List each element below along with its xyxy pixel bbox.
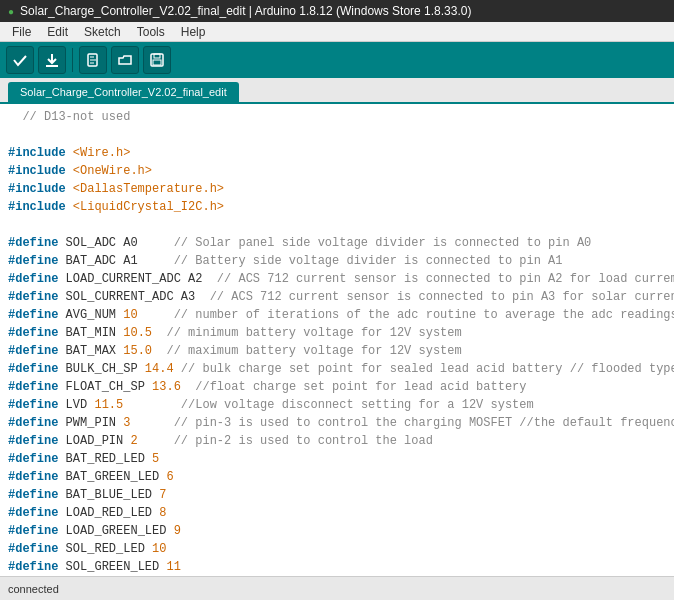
code-line: #define SOL_CURRENT_ADC A3 // ACS 712 cu… — [8, 288, 666, 306]
code-line: #define BAT_MAX 15.0 // maximum battery … — [8, 342, 666, 360]
code-line: #define BAT_ADC A1 // Battery side volta… — [8, 252, 666, 270]
file-tab[interactable]: Solar_Charge_Controller_V2.02_final_edit — [8, 82, 239, 102]
code-line: #define SOL_GREEN_LED 11 — [8, 558, 666, 576]
status-bar: connected — [0, 576, 674, 600]
title-bar-text: Solar_Charge_Controller_V2.02_final_edit… — [20, 4, 471, 18]
code-line: #include <Wire.h> — [8, 144, 666, 162]
title-bar-icon: ● — [8, 6, 14, 17]
code-line: #define SOL_ADC A0 // Solar panel side v… — [8, 234, 666, 252]
code-line: #define FLOAT_CH_SP 13.6 //float charge … — [8, 378, 666, 396]
code-line: #define LOAD_PIN 2 // pin-2 is used to c… — [8, 432, 666, 450]
menu-help[interactable]: Help — [173, 23, 214, 41]
toolbar — [0, 42, 674, 78]
code-line: #define LOAD_GREEN_LED 9 — [8, 522, 666, 540]
code-line: #define LOAD_RED_LED 8 — [8, 504, 666, 522]
code-line: #define LVD 11.5 //Low voltage disconnec… — [8, 396, 666, 414]
svg-rect-3 — [153, 60, 161, 65]
menu-edit[interactable]: Edit — [39, 23, 76, 41]
menu-bar: File Edit Sketch Tools Help — [0, 22, 674, 42]
toolbar-separator-1 — [72, 48, 73, 72]
code-line: #define BAT_GREEN_LED 6 — [8, 468, 666, 486]
tab-bar: Solar_Charge_Controller_V2.02_final_edit — [0, 78, 674, 104]
editor[interactable]: // D13-not used #include <Wire.h> #inclu… — [0, 104, 674, 576]
status-connected: connected — [8, 583, 59, 595]
code-line: #define AVG_NUM 10 // number of iteratio… — [8, 306, 666, 324]
menu-sketch[interactable]: Sketch — [76, 23, 129, 41]
code-line — [8, 126, 666, 144]
verify-button[interactable] — [6, 46, 34, 74]
code-line: #define SOL_RED_LED 10 — [8, 540, 666, 558]
save-button[interactable] — [143, 46, 171, 74]
upload-button[interactable] — [38, 46, 66, 74]
code-line: #define BAT_RED_LED 5 — [8, 450, 666, 468]
menu-file[interactable]: File — [4, 23, 39, 41]
code-line: #define BAT_MIN 10.5 // minimum battery … — [8, 324, 666, 342]
code-line: #define LOAD_CURRENT_ADC A2 // ACS 712 c… — [8, 270, 666, 288]
code-line: #include <OneWire.h> — [8, 162, 666, 180]
title-bar: ● Solar_Charge_Controller_V2.02_final_ed… — [0, 0, 674, 22]
open-button[interactable] — [111, 46, 139, 74]
code-line: #define BULK_CH_SP 14.4 // bulk charge s… — [8, 360, 666, 378]
new-button[interactable] — [79, 46, 107, 74]
code-line: #include <LiquidCrystal_I2C.h> — [8, 198, 666, 216]
code-line — [8, 216, 666, 234]
code-line: #define PWM_PIN 3 // pin-3 is used to co… — [8, 414, 666, 432]
code-line: #define BAT_BLUE_LED 7 — [8, 486, 666, 504]
menu-tools[interactable]: Tools — [129, 23, 173, 41]
code-line: // D13-not used — [8, 108, 666, 126]
code-line: #include <DallasTemperature.h> — [8, 180, 666, 198]
